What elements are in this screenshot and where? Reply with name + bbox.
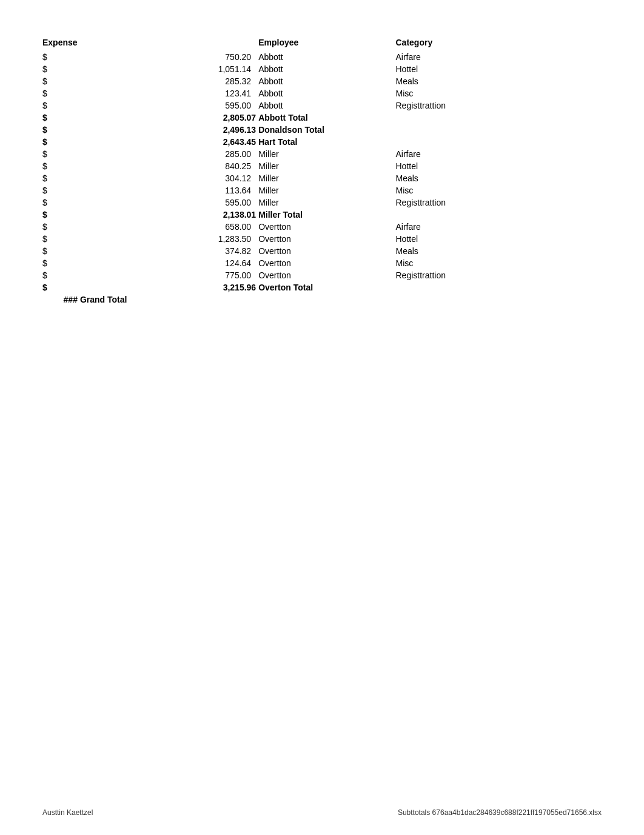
- category-name: Meals: [395, 172, 602, 184]
- category-name: Registtrattion: [395, 269, 602, 281]
- table-row: $ 2,643.45 Hart Total: [42, 136, 602, 148]
- amount: 595.00: [80, 99, 258, 112]
- dollar-sign: $: [42, 148, 80, 160]
- dollar-sign: $: [42, 160, 80, 172]
- grand-total-label: Grand Total: [80, 293, 602, 306]
- amount: 595.00: [80, 196, 258, 209]
- employee-name: Miller: [258, 160, 395, 172]
- dollar-sign: $: [42, 87, 80, 99]
- table-row: $ 3,215.96 Overton Total: [42, 281, 602, 293]
- category-name: Hottel: [395, 160, 602, 172]
- employee-name: Miller: [258, 148, 395, 160]
- employee-name: Abbott: [258, 51, 395, 63]
- amount: 775.00: [80, 269, 258, 281]
- amount: 1,283.50: [80, 233, 258, 245]
- table-header: Expense Employee Category: [42, 36, 602, 51]
- category-name: Misc: [395, 184, 602, 196]
- table-row: $ 123.41 Abbott Misc: [42, 87, 602, 99]
- employee-name: Miller: [258, 196, 395, 209]
- employee-header: Employee: [258, 36, 395, 51]
- employee-name: Abbott: [258, 99, 395, 112]
- category-name: Airfare: [395, 221, 602, 233]
- subtotal-label: Donaldson Total: [258, 124, 602, 136]
- table-row: $ 595.00 Abbott Registtrattion: [42, 99, 602, 112]
- table-row: ### Grand Total: [42, 293, 602, 306]
- table-row: $ 658.00 Overtton Airfare: [42, 221, 602, 233]
- amount: 840.25: [80, 160, 258, 172]
- employee-name: Abbott: [258, 63, 395, 75]
- footer: Austtin Kaettzel Subttotals 676aa4b1dac2…: [42, 808, 602, 817]
- employee-name: Overtton: [258, 269, 395, 281]
- table-row: $ 285.32 Abbott Meals: [42, 75, 602, 87]
- dollar-sign: $: [42, 63, 80, 75]
- category-header: Category: [395, 36, 602, 51]
- dollar-sign: $: [42, 233, 80, 245]
- amount: 750.20: [80, 51, 258, 63]
- dollar-sign: $: [42, 124, 80, 136]
- footer-left: Austtin Kaettzel: [42, 808, 93, 817]
- subtotal-label: Abbott Total: [258, 112, 602, 124]
- dollar-sign: $: [42, 281, 80, 293]
- employee-name: Overtton: [258, 257, 395, 269]
- dollar-sign: $: [42, 51, 80, 63]
- category-name: Registtrattion: [395, 99, 602, 112]
- category-name: Misc: [395, 257, 602, 269]
- amount: 1,051.14: [80, 63, 258, 75]
- amount: 285.32: [80, 75, 258, 87]
- table-row: $ 1,051.14 Abbott Hottel: [42, 63, 602, 75]
- report-container: Expense Employee Category $ 750.20 Abbot…: [0, 0, 644, 330]
- amount: 123.41: [80, 87, 258, 99]
- subtotal-amount: 2,643.45: [80, 136, 258, 148]
- employee-name: Overtton: [258, 221, 395, 233]
- amount: 124.64: [80, 257, 258, 269]
- dollar-sign: $: [42, 112, 80, 124]
- table-row: $ 595.00 Miller Registtrattion: [42, 196, 602, 209]
- subtotal-amount: 3,215.96: [80, 281, 258, 293]
- dollar-sign: $: [42, 257, 80, 269]
- subtotal-amount: 2,138.01: [80, 209, 258, 221]
- category-name: Registtrattion: [395, 196, 602, 209]
- amount: 304.12: [80, 172, 258, 184]
- amount: 374.82: [80, 245, 258, 257]
- employee-name: Miller: [258, 172, 395, 184]
- dollar-sign: $: [42, 196, 80, 209]
- report-table: Expense Employee Category $ 750.20 Abbot…: [42, 36, 602, 306]
- subtotal-label: Overton Total: [258, 281, 602, 293]
- dollar-sign: $: [42, 209, 80, 221]
- dollar-sign: $: [42, 245, 80, 257]
- table-row: $ 285.00 Miller Airfare: [42, 148, 602, 160]
- amount: 113.64: [80, 184, 258, 196]
- dollar-sign: $: [42, 221, 80, 233]
- category-name: Hottel: [395, 63, 602, 75]
- employee-name: Miller: [258, 184, 395, 196]
- dollar-sign: $: [42, 99, 80, 112]
- subtotal-amount: 2,496.13: [80, 124, 258, 136]
- category-name: Meals: [395, 245, 602, 257]
- table-row: $ 840.25 Miller Hottel: [42, 160, 602, 172]
- category-name: Airfare: [395, 51, 602, 63]
- table-row: $ 304.12 Miller Meals: [42, 172, 602, 184]
- category-name: Hottel: [395, 233, 602, 245]
- subtotal-amount: 2,805.07: [80, 112, 258, 124]
- amount: 285.00: [80, 148, 258, 160]
- employee-name: Overtton: [258, 233, 395, 245]
- footer-right: Subttotals 676aa4b1dac284639c688f221ff19…: [398, 808, 602, 817]
- employee-name: Overtton: [258, 245, 395, 257]
- table-row: $ 2,496.13 Donaldson Total: [42, 124, 602, 136]
- employee-name: Abbott: [258, 75, 395, 87]
- category-name: Meals: [395, 75, 602, 87]
- table-row: $ 113.64 Miller Misc: [42, 184, 602, 196]
- dollar-sign: $: [42, 184, 80, 196]
- table-row: $ 1,283.50 Overtton Hottel: [42, 233, 602, 245]
- grand-total-hash: ###: [42, 293, 80, 306]
- dollar-sign: $: [42, 75, 80, 87]
- subtotal-label: Hart Total: [258, 136, 602, 148]
- category-name: Airfare: [395, 148, 602, 160]
- table-row: $ 2,805.07 Abbott Total: [42, 112, 602, 124]
- dollar-sign: $: [42, 172, 80, 184]
- subtotal-label: Miller Total: [258, 209, 602, 221]
- table-row: $ 374.82 Overtton Meals: [42, 245, 602, 257]
- amount: 658.00: [80, 221, 258, 233]
- table-row: $ 2,138.01 Miller Total: [42, 209, 602, 221]
- category-name: Misc: [395, 87, 602, 99]
